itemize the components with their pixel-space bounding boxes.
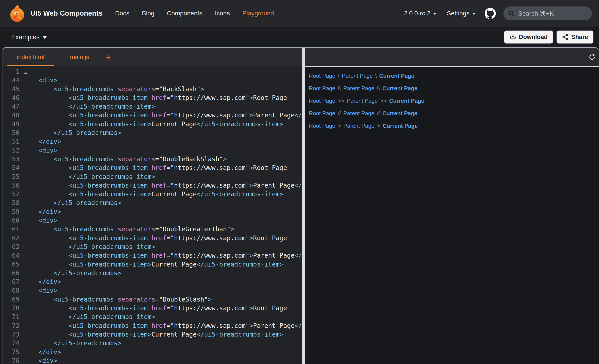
preview-pane: Root Page\Parent Page\Current PageRoot P…: [305, 48, 599, 364]
code-text[interactable]: <div>: [23, 216, 302, 225]
line-number: 53: [2, 155, 23, 163]
code-text[interactable]: <ui5-breadcrumbs separators="DoubleSlash…: [23, 295, 302, 304]
download-label: Download: [519, 34, 548, 41]
code-text[interactable]: <ui5-breadcrumbs-item href="https://www.…: [23, 251, 302, 260]
code-line: 51 </div>: [2, 137, 302, 146]
breadcrumb-link[interactable]: Root Page: [309, 110, 335, 117]
code-line: 71 </ui5-breadcrumbs-item>: [2, 313, 302, 321]
github-link[interactable]: [485, 8, 496, 19]
breadcrumb-current: Current Page: [382, 110, 417, 117]
code-text[interactable]: <ui5-breadcrumbs separators="BackSlash">: [23, 85, 302, 93]
code-text[interactable]: <ui5-breadcrumbs-item>Current Page</ui5-…: [23, 190, 302, 198]
code-text[interactable]: <div>: [23, 146, 302, 155]
code-text[interactable]: </div>: [23, 137, 302, 146]
line-number: 55: [2, 172, 23, 181]
nav-item-blog[interactable]: Blog: [142, 10, 154, 17]
code-line: 63 </ui5-breadcrumbs-item>: [2, 242, 302, 251]
breadcrumb-link[interactable]: Root Page: [309, 98, 335, 104]
code-text[interactable]: </ui5-breadcrumbs>: [23, 269, 302, 278]
share-label: Share: [571, 34, 588, 41]
breadcrumb-current: Current Page: [383, 123, 418, 129]
code-text[interactable]: </div>: [23, 207, 302, 216]
line-number: 73: [2, 330, 23, 339]
nav-item-playground[interactable]: Playground: [242, 10, 274, 17]
line-number: 71: [2, 313, 23, 321]
examples-toolbar: Examples Download Share: [0, 27, 599, 47]
code-text[interactable]: <ui5-breadcrumbs-item href="https://www.…: [23, 163, 302, 172]
share-button[interactable]: Share: [556, 31, 593, 43]
nav-item-docs[interactable]: Docs: [115, 10, 129, 17]
code-text[interactable]: <ui5-breadcrumbs-item href="https://www.…: [23, 304, 302, 313]
code-line: 62 <ui5-breadcrumbs-item href="https://w…: [2, 234, 302, 242]
breadcrumb-separator: \: [338, 73, 339, 79]
code-text[interactable]: <ui5-breadcrumbs separators="DoubleGreat…: [23, 225, 302, 234]
code-text[interactable]: </div>: [23, 348, 302, 356]
line-number: 51: [2, 137, 23, 146]
breadcrumb-separator: >>: [380, 98, 387, 104]
code-text[interactable]: <ui5-breadcrumbs-item href="https://www.…: [23, 93, 302, 102]
download-button[interactable]: Download: [504, 31, 553, 43]
editor-tabbar: index.htmlmain.js +: [2, 48, 302, 66]
chevron-down-icon: [472, 13, 476, 15]
line-number: 70: [2, 304, 23, 313]
breadcrumb-link[interactable]: Root Page: [309, 123, 335, 129]
code-text[interactable]: <ui5-breadcrumbs-item href="https://www.…: [23, 111, 302, 119]
code-line: 59 </div>: [2, 207, 302, 216]
settings-dropdown[interactable]: Settings: [447, 10, 476, 17]
breadcrumb-link[interactable]: Parent Page: [347, 98, 378, 104]
code-line: 45 <ui5-breadcrumbs separators="BackSlas…: [2, 85, 302, 93]
code-line: 73 <ui5-breadcrumbs-item>Current Page</u…: [2, 330, 302, 339]
line-number: 49: [2, 120, 23, 128]
code-text[interactable]: <div>: [23, 76, 302, 85]
code-text[interactable]: <div>: [23, 356, 302, 364]
examples-dropdown[interactable]: Examples: [11, 34, 47, 41]
code-line: 50 </ui5-breadcrumbs>: [2, 128, 302, 137]
code-text[interactable]: </ui5-breadcrumbs>: [23, 128, 302, 137]
line-number: 62: [2, 234, 23, 242]
breadcrumb-link[interactable]: Parent Page: [343, 110, 374, 117]
refresh-button[interactable]: [588, 53, 596, 61]
code-text[interactable]: </ui5-breadcrumbs>: [23, 339, 302, 347]
line-number: 68: [2, 286, 23, 295]
line-number: 74: [2, 339, 23, 347]
code-text[interactable]: <ui5-breadcrumbs separators="DoubleBackS…: [23, 155, 302, 163]
line-number: 66: [2, 269, 23, 278]
breadcrumb-row: Root Page//Parent Page//Current Page: [309, 107, 597, 119]
nav-item-icons[interactable]: Icons: [215, 10, 230, 17]
code-lines: 1…44 <div>45 <ui5-breadcrumbs separators…: [2, 67, 302, 364]
code-text[interactable]: <ui5-breadcrumbs-item>Current Page</ui5-…: [23, 120, 302, 128]
code-text[interactable]: <ui5-breadcrumbs-item>Current Page</ui5-…: [23, 330, 302, 339]
code-line: 57 <ui5-breadcrumbs-item>Current Page</u…: [2, 190, 302, 198]
line-number: 60: [2, 216, 23, 225]
breadcrumb-link[interactable]: Parent Page: [342, 73, 373, 79]
code-text[interactable]: <ui5-breadcrumbs-item href="https://www.…: [23, 181, 302, 190]
code-editor[interactable]: 1…44 <div>45 <ui5-breadcrumbs separators…: [2, 66, 302, 364]
search-input[interactable]: Search ⌘+K: [503, 7, 592, 20]
breadcrumb-link[interactable]: Root Page: [309, 73, 335, 79]
code-text[interactable]: …: [23, 67, 302, 76]
line-number: 44: [2, 76, 23, 85]
code-text[interactable]: </ui5-breadcrumbs>: [23, 198, 302, 207]
chevron-down-icon: [43, 36, 47, 39]
code-text[interactable]: </div>: [23, 278, 302, 286]
breadcrumb-link[interactable]: Parent Page: [343, 85, 374, 92]
code-text[interactable]: </ui5-breadcrumbs-item>: [23, 102, 302, 111]
code-text[interactable]: <ui5-breadcrumbs-item href="https://www.…: [23, 234, 302, 242]
tab-main-js[interactable]: main.js: [63, 48, 96, 66]
code-line: 53 <ui5-breadcrumbs separators="DoubleBa…: [2, 155, 302, 163]
line-number: 57: [2, 190, 23, 198]
code-text[interactable]: </ui5-breadcrumbs-item>: [23, 242, 302, 251]
code-text[interactable]: <div>: [23, 286, 302, 295]
code-text[interactable]: </ui5-breadcrumbs-item>: [23, 172, 302, 181]
pane-resizer-handle[interactable]: [302, 48, 305, 364]
nav-item-components[interactable]: Components: [167, 10, 202, 17]
add-tab-button[interactable]: +: [103, 52, 113, 62]
breadcrumb-link[interactable]: Root Page: [309, 85, 335, 92]
code-text[interactable]: </ui5-breadcrumbs-item>: [23, 313, 302, 321]
tab-index-html[interactable]: index.html: [2, 48, 59, 66]
breadcrumb-link[interactable]: Parent Page: [344, 123, 375, 129]
code-line: 54 <ui5-breadcrumbs-item href="https://w…: [2, 163, 302, 172]
version-dropdown[interactable]: 2.0.0-rc.2: [404, 10, 437, 17]
code-text[interactable]: <ui5-breadcrumbs-item>Current Page</ui5-…: [23, 260, 302, 269]
code-text[interactable]: <ui5-breadcrumbs-item href="https://www.…: [23, 322, 302, 330]
